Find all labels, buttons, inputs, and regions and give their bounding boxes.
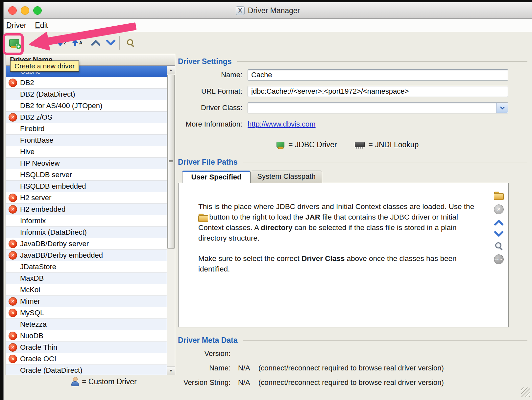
annotation-arrow: [23, 18, 142, 54]
list-item[interactable]: Hive: [6, 146, 175, 158]
list-item[interactable]: HSQLDB embedded: [6, 181, 175, 192]
error-icon: ✕: [9, 205, 17, 214]
section-title-meta-data: Driver Meta Data: [178, 336, 238, 345]
paths-paragraph-1: This is the place where JDBC drivers and…: [198, 201, 478, 244]
error-icon: ✕: [9, 355, 17, 363]
list-item[interactable]: ✕H2 embedded: [6, 204, 175, 215]
file-paths-toolbar: ✕ STOP: [493, 192, 505, 264]
file-paths-help-text: This is the place where JDBC drivers and…: [198, 201, 478, 274]
driver-name: HP Neoview: [20, 159, 60, 168]
driver-name: Mimer: [20, 297, 40, 306]
driver-name: DB2 for AS/400 (JTOpen): [20, 102, 102, 110]
list-item[interactable]: MaxDB: [6, 273, 175, 284]
driver-name: H2 embedded: [20, 205, 65, 214]
driver-name: FrontBase: [20, 136, 54, 145]
error-icon: ✕: [9, 251, 17, 260]
find-class-button[interactable]: [495, 242, 502, 249]
driver-manager-window: X Driver Manager DriverEdit + z A: [3, 2, 532, 400]
list-item[interactable]: HP Neoview: [6, 158, 175, 169]
scrollbar-thumb[interactable]: [167, 75, 175, 249]
driver-name: NuoDB: [20, 332, 43, 340]
app-icon: X: [236, 6, 245, 15]
list-item[interactable]: Informix: [6, 215, 175, 227]
url-format-input[interactable]: [248, 86, 508, 97]
list-item[interactable]: ✕Mimer: [6, 296, 175, 307]
error-icon: ✕: [9, 240, 17, 248]
list-item[interactable]: ✕H2 server: [6, 192, 175, 204]
row-icon-spacer: [9, 320, 17, 329]
error-icon: ✕: [9, 332, 17, 340]
list-item[interactable]: FrontBase: [6, 135, 175, 146]
list-item[interactable]: JDataStore: [6, 261, 175, 273]
chevron-down-icon: [500, 106, 505, 109]
error-icon: ✕: [9, 309, 17, 317]
driver-name: JavaDB/Derby embedded: [20, 251, 103, 260]
error-icon: ✕: [9, 113, 17, 122]
driver-name: DB2: [20, 79, 34, 87]
driver-name: JavaDB/Derby server: [20, 240, 89, 248]
list-item[interactable]: ✕NuoDB: [6, 330, 175, 342]
list-item[interactable]: HSQLDB server: [6, 169, 175, 181]
jdbc-driver-icon: [277, 142, 284, 148]
section-rule: [237, 61, 527, 62]
driver-name: Oracle (DataDirect): [20, 366, 82, 375]
driver-name: Oracle OCI: [20, 355, 56, 363]
resize-grip[interactable]: [521, 388, 530, 397]
url-format-label: URL Format:: [145, 86, 242, 97]
list-item[interactable]: ✕JavaDB/Derby server: [6, 238, 175, 250]
driver-meta-data-section: Driver Meta Data: [178, 336, 527, 345]
row-icon-spacer: [9, 148, 17, 156]
row-icon-spacer: [9, 102, 17, 110]
row-icon-spacer: [9, 366, 17, 375]
driver-name: Netezza: [20, 320, 47, 329]
move-path-up-button[interactable]: [494, 219, 504, 226]
version-string-label: Version String:: [132, 378, 230, 388]
section-title-file-paths: Driver File Paths: [178, 158, 238, 167]
paths-paragraph-2: Make sure to select the correct Driver C…: [198, 253, 478, 274]
driver-name: Oracle Thin: [20, 343, 57, 352]
minimize-window-button[interactable]: [21, 6, 29, 15]
stop-button[interactable]: STOP: [494, 254, 504, 264]
driver-class-dropdown-button[interactable]: [496, 103, 508, 113]
error-icon: ✕: [9, 194, 17, 202]
tooltip: Create a new driver: [10, 60, 79, 72]
driver-name: Hive: [20, 148, 35, 156]
row-icon-spacer: [9, 136, 17, 145]
list-item[interactable]: Netezza: [6, 319, 175, 330]
driver-file-paths-section: Driver File Paths: [178, 157, 527, 167]
title-bar: X Driver Manager: [4, 2, 532, 19]
driver-class-label: Driver Class:: [145, 102, 242, 113]
tab-user-specified[interactable]: User Specified: [182, 171, 251, 183]
version-string-value: N/A: [238, 378, 250, 388]
name-input[interactable]: [248, 69, 508, 81]
driver-class-combobox[interactable]: [248, 102, 508, 113]
driver-name: H2 server: [20, 194, 51, 202]
more-info-link[interactable]: http://www.dbvis.com: [248, 119, 316, 129]
driver-name: Firebird: [20, 125, 45, 133]
section-rule: [243, 162, 527, 162]
open-folder-button[interactable]: [494, 192, 504, 200]
driver-name: Informix: [20, 217, 46, 225]
zoom-window-button[interactable]: [33, 6, 42, 15]
meta-name-label: Name:: [132, 363, 230, 373]
driver-name: MaxDB: [20, 274, 44, 283]
close-window-button[interactable]: [8, 6, 17, 15]
row-icon-spacer: [9, 182, 17, 191]
remove-path-button[interactable]: ✕: [494, 204, 504, 214]
list-item[interactable]: McKoi: [6, 284, 175, 296]
meta-name-note: (connect/reconnect required to browse re…: [258, 363, 444, 373]
row-icon-spacer: [9, 274, 17, 283]
annotation-highlight-box: [3, 33, 24, 55]
list-item[interactable]: Informix (DataDirect): [6, 227, 175, 238]
tab-system-classpath[interactable]: System Classpath: [251, 171, 322, 183]
row-icon-spacer: [9, 228, 17, 237]
row-icon-spacer: [9, 263, 17, 271]
list-item[interactable]: ✕JavaDB/Derby embedded: [6, 250, 175, 261]
section-title-driver-settings: Driver Settings: [178, 57, 232, 66]
driver-name: HSQLDB embedded: [20, 182, 86, 191]
move-path-down-button[interactable]: [494, 231, 504, 237]
list-item[interactable]: ✕MySQL: [6, 307, 175, 319]
jndi-legend-text: = JNDI Lookup: [369, 140, 419, 149]
driver-name: DB2 (DataDirect): [20, 90, 75, 99]
jndi-chip-icon: [355, 142, 365, 147]
